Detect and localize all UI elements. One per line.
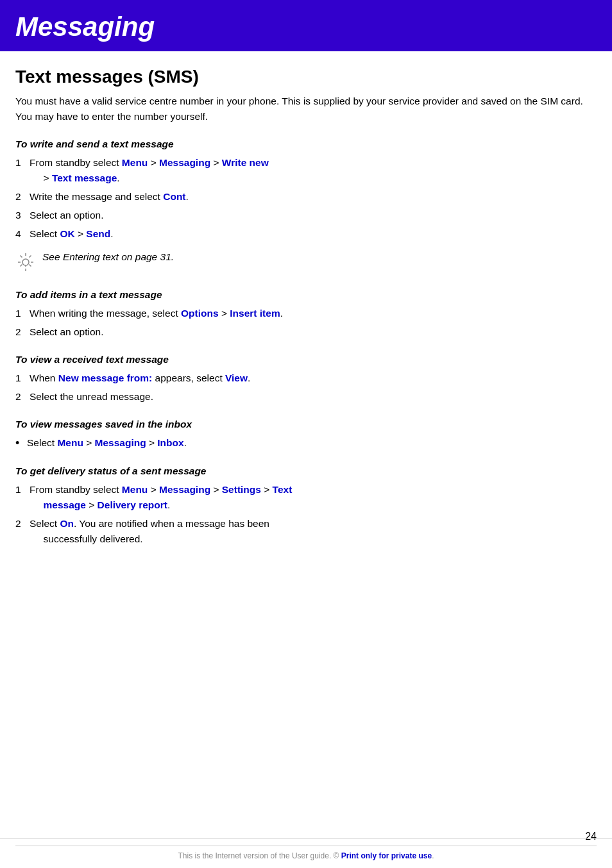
settings-link: Settings — [222, 484, 261, 495]
header-banner: Messaging — [0, 0, 612, 51]
footer-text: This is the Internet version of the User… — [15, 851, 597, 860]
lightbulb-icon — [15, 251, 36, 271]
options-link: Options — [181, 308, 219, 319]
subsection-write-send: To write and send a text message 1 From … — [15, 138, 597, 275]
tip-text: See Entering text on page 31. — [42, 249, 174, 265]
step-text: Select an option. — [30, 324, 597, 340]
step-item: 4 Select OK > Send. — [15, 226, 597, 242]
inbox-link: Inbox — [157, 437, 183, 448]
ok-link: OK — [60, 228, 74, 239]
step-number: 1 — [15, 371, 30, 386]
footer-text-after: . — [432, 851, 434, 860]
subsection-delivery-status: To get delivery status of a sent message… — [15, 465, 597, 547]
step-item: 2 Select On. You are notified when a mes… — [15, 516, 597, 547]
subsection-add-items: To add items in a text message 1 When wr… — [15, 289, 597, 340]
step-item: 1 When writing the message, select Optio… — [15, 306, 597, 321]
page-title: Messaging — [15, 12, 597, 42]
step-number: 2 — [15, 389, 30, 405]
svg-line-6 — [30, 265, 31, 267]
step-item: 2 Select the unread message. — [15, 389, 597, 405]
step-list-add-items: 1 When writing the message, select Optio… — [15, 306, 597, 340]
subsection-title-delivery: To get delivery status of a sent message — [15, 465, 597, 477]
step-text: Select OK > Send. — [30, 226, 597, 242]
menu-link: Menu — [122, 157, 148, 168]
step-text: Select the unread message. — [30, 389, 597, 405]
subsection-title-add-items: To add items in a text message — [15, 289, 597, 301]
step-text: Write the message and select Cont. — [30, 189, 597, 204]
step-list-delivery: 1 From standby select Menu > Messaging >… — [15, 482, 597, 547]
step-item: 2 Select an option. — [15, 324, 597, 340]
step-number: 1 — [15, 482, 30, 497]
cont-link: Cont — [163, 191, 185, 202]
main-content: Text messages (SMS) You must have a vali… — [0, 67, 612, 599]
subsection-title-view-inbox: To view messages saved in the inbox — [15, 419, 597, 430]
bullet-list-inbox: • Select Menu > Messaging > Inbox. — [15, 435, 597, 451]
step-number: 2 — [15, 189, 30, 204]
new-message-link: New message from: — [58, 372, 152, 383]
footer-divider — [15, 846, 597, 846]
step-text: From standby select Menu > Messaging > S… — [30, 482, 597, 513]
text-message-link: Text message — [52, 172, 117, 183]
footer-print-link: Print only for private use — [341, 851, 432, 860]
view-link: View — [225, 372, 248, 383]
step-text: Select an option. — [30, 208, 597, 223]
on-link: On — [60, 518, 74, 529]
intro-text: You must have a valid service centre num… — [15, 94, 597, 124]
step-item: 1 From standby select Menu > Messaging >… — [15, 155, 597, 186]
step-number: 2 — [15, 516, 30, 531]
subsection-title-write-send: To write and send a text message — [15, 138, 597, 150]
messaging-link: Messaging — [159, 157, 210, 168]
step-text: Select On. You are notified when a messa… — [30, 516, 597, 547]
footer-text-before: This is the Internet version of the User… — [178, 851, 341, 860]
step-item: 3 Select an option. — [15, 208, 597, 223]
messaging-link: Messaging — [159, 484, 210, 495]
bullet-item: • Select Menu > Messaging > Inbox. — [15, 435, 597, 451]
section-title: Text messages (SMS) — [15, 67, 597, 87]
step-number: 3 — [15, 208, 30, 223]
footer: This is the Internet version of the User… — [0, 839, 612, 868]
step-item: 1 From standby select Menu > Messaging >… — [15, 482, 597, 513]
subsection-view-received: To view a received text message 1 When N… — [15, 354, 597, 405]
tip-icon — [15, 251, 36, 275]
step-list-write-send: 1 From standby select Menu > Messaging >… — [15, 155, 597, 242]
step-text: When New message from: appears, select V… — [30, 371, 597, 386]
step-item: 1 When New message from: appears, select… — [15, 371, 597, 386]
menu-link: Menu — [122, 484, 148, 495]
step-number: 1 — [15, 155, 30, 171]
step-list-view-received: 1 When New message from: appears, select… — [15, 371, 597, 405]
svg-line-7 — [30, 256, 31, 258]
tip-box: See Entering text on page 31. — [15, 249, 597, 275]
menu-link: Menu — [57, 437, 83, 448]
step-number: 2 — [15, 324, 30, 340]
step-item: 2 Write the message and select Cont. — [15, 189, 597, 204]
insert-item-link: Insert item — [230, 308, 280, 319]
step-text: Select Menu > Messaging > Inbox. — [27, 435, 597, 451]
svg-line-5 — [21, 256, 22, 258]
subsection-title-view-received: To view a received text message — [15, 354, 597, 365]
step-text: From standby select Menu > Messaging > W… — [30, 155, 597, 186]
step-number: 1 — [15, 306, 30, 321]
svg-point-0 — [22, 259, 29, 265]
bullet-dot: • — [15, 435, 27, 451]
send-link: Send — [86, 228, 110, 239]
svg-line-8 — [21, 265, 22, 267]
messaging-link: Messaging — [95, 437, 146, 448]
step-text: When writing the message, select Options… — [30, 306, 597, 321]
delivery-report-link: Delivery report — [98, 499, 167, 510]
write-new-link: Write new — [222, 157, 269, 168]
subsection-view-inbox: To view messages saved in the inbox • Se… — [15, 419, 597, 451]
step-number: 4 — [15, 226, 30, 242]
svg-point-9 — [25, 265, 26, 267]
